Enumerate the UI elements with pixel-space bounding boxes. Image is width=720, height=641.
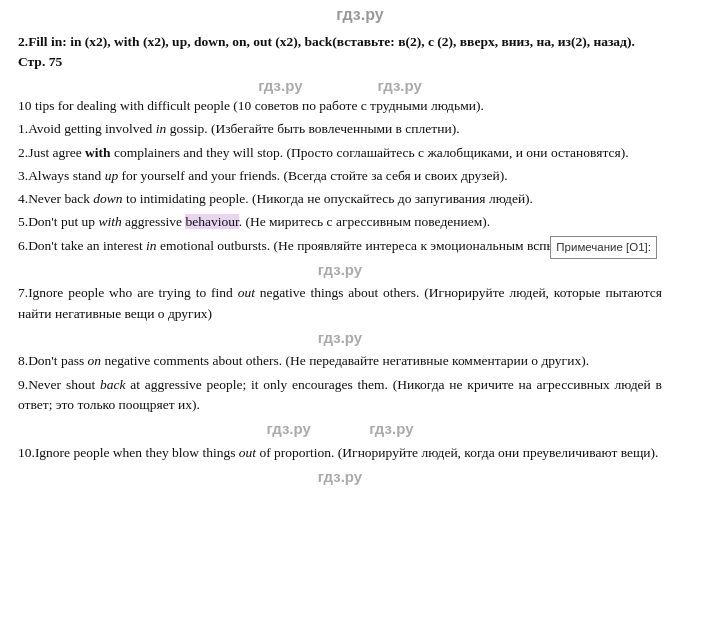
main-content: 2.Fill in: in (x2), with (x2), up, down,…: [0, 26, 680, 500]
watermark-4: гдз.ру: [18, 327, 662, 350]
keyword-up: up: [105, 168, 119, 183]
content-block: 10 tips for dealing with difficult peopl…: [18, 96, 662, 488]
keyword-out-2: out: [239, 445, 256, 460]
paragraph-10: 10.Ignore people when they blow things o…: [18, 443, 662, 463]
keyword-in-2: in: [146, 238, 157, 253]
paragraph-8: 8.Don't pass on negative comments about …: [18, 351, 662, 371]
highlighted-behaviour: behaviour: [185, 214, 238, 229]
paragraph-5-wrapper: 5.Don't put up with aggressive behaviour…: [18, 212, 662, 232]
page-wrapper: гдз.ру 2.Fill in: in (x2), with (x2), up…: [0, 0, 720, 500]
watermark-2: гдз.ру гдз.ру: [18, 77, 662, 94]
paragraph-5: 5.Don't put up with aggressive behaviour…: [18, 212, 662, 232]
intro-paragraph: 10 tips for dealing with difficult peopl…: [18, 96, 662, 116]
paragraph-9: 9.Never shout back at aggressive people;…: [18, 375, 662, 416]
paragraph-1: 1.Avoid getting involved in gossip. (Изб…: [18, 119, 662, 139]
paragraph-7: 7.Ignore people who are trying to find o…: [18, 283, 662, 324]
keyword-in-1: in: [156, 121, 167, 136]
paragraph-4: 4.Never back down to intimidating people…: [18, 189, 662, 209]
paragraph-2: 2.Just agree with complainers and they w…: [18, 143, 662, 163]
watermark-bottom: гдз.ру: [18, 466, 662, 489]
paragraph-3: 3.Always stand up for yourself and your …: [18, 166, 662, 186]
task-title: 2.Fill in: in (x2), with (x2), up, down,…: [18, 32, 662, 71]
watermark-5: гдз.ру гдз.ру: [18, 418, 662, 441]
top-watermark: гдз.ру: [0, 0, 720, 26]
keyword-with-1: with: [85, 145, 111, 160]
keyword-with-2: with: [98, 214, 121, 229]
keyword-out-1: out: [238, 285, 255, 300]
keyword-on: on: [88, 353, 102, 368]
annotation-note: Примечание [О1]:: [550, 236, 657, 259]
watermark-3: гдз.ру: [18, 259, 662, 282]
keyword-down: down: [93, 191, 122, 206]
keyword-back: back: [100, 377, 125, 392]
